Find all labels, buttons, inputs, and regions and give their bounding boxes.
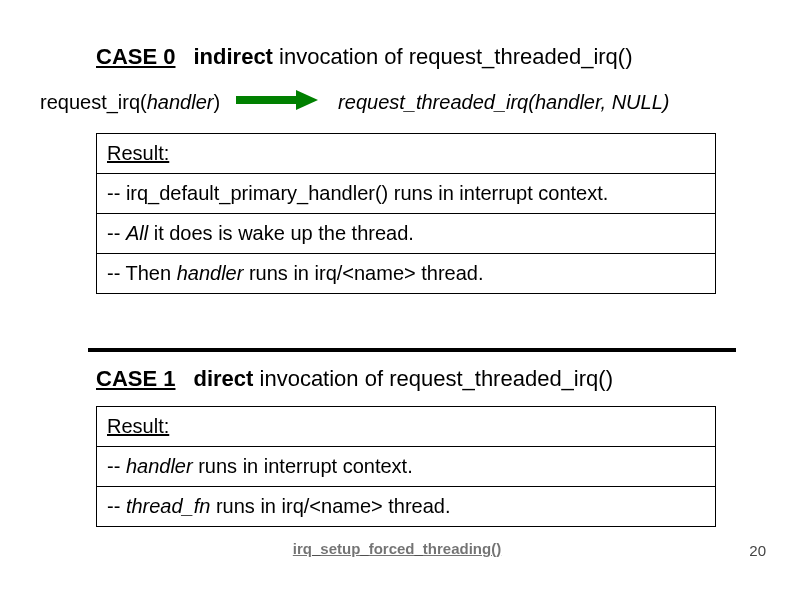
section-divider	[88, 348, 736, 352]
line3-post: runs in irq/<name> thread.	[243, 262, 483, 284]
case-0-desc-rest: invocation of request_threaded_irq()	[273, 44, 633, 69]
case-1-result-line-2: -- thread_fn runs in irq/<name> thread.	[97, 487, 715, 526]
line1-ital: handler	[126, 455, 193, 477]
case-1-header-row: CASE 1 direct invocation of request_thre…	[96, 366, 736, 392]
line2-post: it does is wake up the thread.	[148, 222, 414, 244]
svg-marker-1	[296, 90, 318, 110]
case-1-result-line-1: -- handler runs in interrupt context.	[97, 447, 715, 487]
case-1-result-box: Result: -- handler runs in interrupt con…	[96, 406, 716, 527]
call-right-pre: request_threaded_irq(	[338, 91, 535, 113]
call-left: request_irq(handler)	[40, 91, 220, 114]
line3-pre: -- Then	[107, 262, 177, 284]
call-transform-row: request_irq(handler) request_threaded_ir…	[40, 90, 736, 115]
case-0-result-line-3: -- Then handler runs in irq/<name> threa…	[97, 254, 715, 293]
result-title: Result:	[107, 142, 169, 164]
result-title-cell: Result:	[97, 134, 715, 174]
arrow-icon	[236, 90, 318, 115]
line2-ital: All	[126, 222, 148, 244]
call-right-post: , NULL)	[601, 91, 670, 113]
case-0-result-line-1: -- irq_default_primary_handler() runs in…	[97, 174, 715, 214]
result-title-cell: Result:	[97, 407, 715, 447]
case-0-desc-bold: indirect	[193, 44, 272, 69]
case-1-section: CASE 1 direct invocation of request_thre…	[96, 336, 736, 527]
case-0-section: CASE 0 indirect invocation of request_th…	[96, 44, 736, 294]
call-left-ital: handler	[147, 91, 214, 113]
case-1-description: direct invocation of request_threaded_ir…	[193, 366, 612, 392]
page-number: 20	[749, 542, 766, 559]
call-left-pre: request_irq(	[40, 91, 147, 113]
line2-pre: --	[107, 495, 126, 517]
line2-pre: --	[107, 222, 126, 244]
line2-ital: thread_fn	[126, 495, 211, 517]
line1-pre: --	[107, 455, 126, 477]
case-0-header-row: CASE 0 indirect invocation of request_th…	[96, 44, 736, 70]
call-right: request_threaded_irq(handler, NULL)	[338, 91, 669, 114]
case-0-description: indirect invocation of request_threaded_…	[193, 44, 632, 70]
svg-rect-0	[236, 96, 296, 104]
case-1-desc-rest: invocation of request_threaded_irq()	[253, 366, 613, 391]
call-right-ital: handler	[535, 91, 601, 113]
line2-post: runs in irq/<name> thread.	[210, 495, 450, 517]
case-1-label: CASE 1	[96, 366, 175, 392]
call-left-post: )	[213, 91, 220, 113]
line1-post: runs in interrupt context.	[193, 455, 413, 477]
case-0-label: CASE 0	[96, 44, 175, 70]
case-0-result-line-2: -- All it does is wake up the thread.	[97, 214, 715, 254]
case-1-desc-bold: direct	[193, 366, 253, 391]
footer-function-link: irq_setup_forced_threading()	[0, 540, 794, 557]
result-title: Result:	[107, 415, 169, 437]
line3-ital: handler	[177, 262, 244, 284]
case-0-result-box: Result: -- irq_default_primary_handler()…	[96, 133, 716, 294]
